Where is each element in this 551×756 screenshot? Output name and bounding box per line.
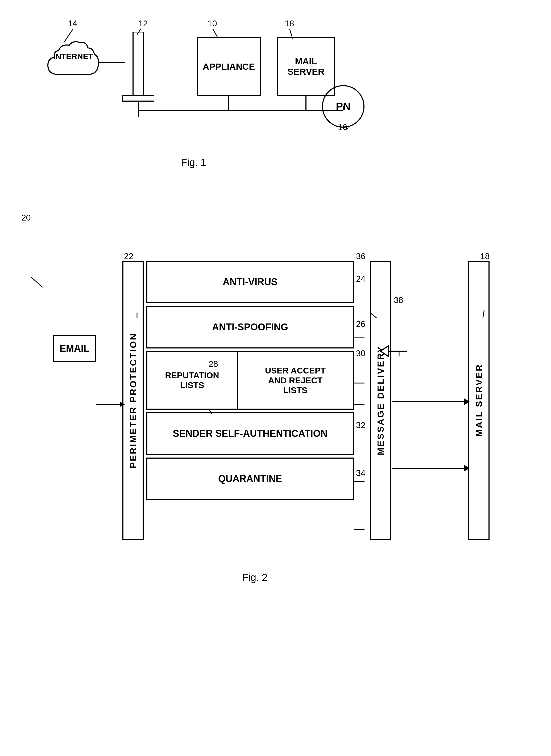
email-box: EMAIL	[53, 335, 96, 362]
ref-14: 14	[68, 19, 77, 28]
ref-24: 24	[356, 274, 366, 284]
ref-12: 12	[138, 19, 148, 28]
fig1-diagram: 14 12 10 18 16 INTERNET APPLIANCE MAILSE…	[27, 16, 479, 170]
sender-auth-label: SENDER SELF-AUTHENTICATION	[173, 428, 327, 439]
ref-18-fig2: 18	[480, 251, 490, 261]
ref-38: 38	[394, 295, 403, 305]
ref-30: 30	[356, 348, 366, 358]
ref-20: 20	[21, 213, 31, 223]
svg-rect-1	[122, 96, 154, 101]
ref-18-fig1: 18	[285, 19, 294, 28]
user-accept-label: USER ACCEPTAND REJECTLISTS	[262, 363, 328, 398]
ref-26: 26	[356, 319, 366, 329]
perimeter-bar: PERIMETER PROTECTION	[122, 261, 144, 540]
pn-label: PN	[336, 101, 351, 112]
mail-server-label-fig1: MAILSERVER	[287, 56, 324, 77]
internet-cloud: INTERNET	[43, 37, 101, 86]
antispoofing-box: ANTI-SPOOFING	[146, 306, 354, 348]
svg-line-14	[31, 277, 43, 287]
mail-server-bar-fig2: MAIL SERVER	[468, 261, 490, 540]
ref-34: 34	[356, 468, 366, 478]
svg-rect-0	[133, 32, 144, 96]
user-accept-box: USER ACCEPTAND REJECTLISTS	[238, 352, 353, 409]
cloud-icon	[43, 37, 101, 85]
ref-28: 28	[208, 359, 218, 369]
quarantine-label: QUARANTINE	[218, 473, 282, 485]
rep-user-row: REPUTATIONLISTS USER ACCEPTAND REJECTLIS…	[146, 351, 354, 410]
fig2-caption: Fig. 2	[242, 572, 267, 583]
quarantine-box: QUARANTINE	[146, 458, 354, 500]
antivirus-label: ANTI-VIRUS	[223, 276, 278, 287]
ref-10: 10	[207, 19, 217, 28]
perimeter-label: PERIMETER PROTECTION	[128, 332, 138, 469]
message-delivery-label: MESSAGE DELIVERY	[376, 345, 386, 455]
fig2-diagram: 20 EMAIL PERIMETER PROTECTION 22 ANTI-VI…	[16, 205, 535, 716]
ref-22: 22	[124, 251, 133, 261]
mail-server-label-fig2: MAIL SERVER	[474, 363, 484, 437]
filters-group: ANTI-VIRUS ANTI-SPOOFING REPUTATIONLISTS…	[146, 261, 354, 503]
firewall-icon	[122, 32, 154, 117]
fig1-caption: Fig. 1	[181, 157, 206, 168]
mail-server-box-fig1: MAILSERVER	[277, 37, 335, 96]
reputation-box: REPUTATIONLISTS	[147, 352, 238, 409]
email-label: EMAIL	[60, 343, 89, 354]
ref-32: 32	[356, 420, 366, 430]
appliance-box: APPLIANCE	[197, 37, 261, 96]
antispoofing-label: ANTI-SPOOFING	[212, 321, 288, 333]
reputation-label: REPUTATIONLISTS	[162, 368, 221, 393]
antivirus-box: ANTI-VIRUS	[146, 261, 354, 303]
message-delivery-bar: MESSAGE DELIVERY	[370, 261, 391, 540]
appliance-label: APPLIANCE	[203, 61, 255, 72]
pn-circle: PN	[322, 85, 365, 128]
internet-label: INTERNET	[49, 52, 97, 61]
ref-36: 36	[356, 251, 366, 261]
sender-auth-box: SENDER SELF-AUTHENTICATION	[146, 412, 354, 455]
